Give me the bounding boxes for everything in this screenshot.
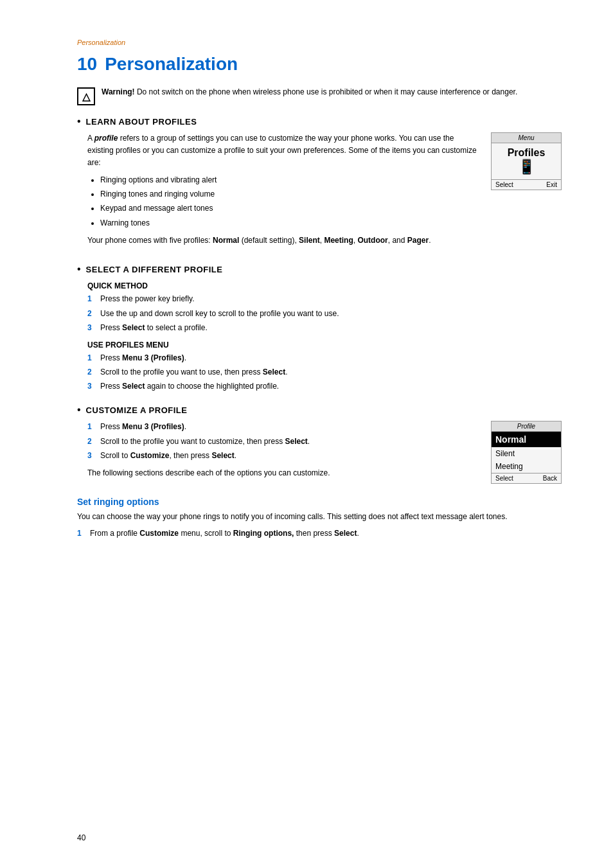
chapter-header: 10 Personalization — [77, 54, 562, 75]
step-num: 1 — [77, 527, 85, 540]
phone-icon: 📱 — [508, 159, 546, 175]
phone-image-profile-list: Profile Normal Silent Meeting Select Bac… — [491, 421, 562, 484]
phone-screen-title: Menu — [492, 133, 561, 143]
step-text: Press Menu 3 (Profiles). — [100, 421, 186, 433]
section-title-customize: CUSTOMIZE A PROFILE — [86, 405, 188, 415]
chapter-number: 10 — [77, 54, 97, 75]
phone-screen-profiles: Menu Profiles 📱 Select Exit — [491, 132, 562, 190]
numbered-item: 1 Press Menu 3 (Profiles). — [87, 421, 478, 433]
section-content-learn: A profile refers to a group of settings … — [87, 132, 562, 252]
profiles-label: Profiles — [508, 147, 546, 159]
step-text: Scroll to the profile you want to custom… — [100, 436, 310, 448]
numbered-item: 1 Press Menu 3 (Profiles). — [87, 352, 562, 364]
phone-screen-profile-list: Profile Normal Silent Meeting Select Bac… — [491, 421, 562, 484]
step-num: 2 — [87, 436, 95, 448]
warning-body: Do not switch on the phone when wireless… — [135, 87, 518, 96]
step-num: 1 — [87, 293, 95, 305]
bullet-dot-customize: • — [77, 404, 81, 416]
page-number: 40 — [77, 833, 85, 842]
profile-screen-footer: Select Back — [492, 473, 561, 483]
breadcrumb: Personalization — [77, 39, 562, 46]
bullet-dot-learn: • — [77, 116, 81, 127]
numbered-item: 3 Scroll to Customize, then press Select… — [87, 450, 478, 462]
customize-note: The following sections describe each of … — [87, 467, 478, 479]
section-learn-about-profiles: • LEARN ABOUT PROFILES A profile refers … — [77, 117, 562, 252]
section-header-learn: • LEARN ABOUT PROFILES — [77, 117, 562, 127]
subsection-title-menu: USE PROFILES MENU — [87, 341, 562, 350]
warning-text: Warning! Do not switch on the phone when… — [102, 86, 517, 98]
use-profiles-menu-list: 1 Press Menu 3 (Profiles). 2 Scroll to t… — [87, 352, 562, 393]
numbered-item: 2 Scroll to the profile you want to cust… — [87, 436, 478, 448]
warning-icon: △ — [77, 87, 95, 105]
numbered-item: 3 Press Select to select a profile. — [87, 322, 562, 334]
step-text: Press Menu 3 (Profiles). — [100, 352, 186, 364]
learn-body-text: A profile refers to a group of settings … — [87, 132, 478, 170]
profile-item-normal: Normal — [492, 432, 561, 447]
step-text: Scroll to Customize, then press Select. — [100, 450, 236, 462]
numbered-item: 2 Scroll to the profile you want to use,… — [87, 366, 562, 378]
step-num: 1 — [87, 421, 95, 433]
profile-screen-title: Profile — [492, 421, 561, 432]
profile-item-silent: Silent — [492, 447, 561, 460]
step-text: Use the up and down scroll key to scroll… — [100, 308, 339, 320]
section-header-select: • SELECT A DIFFERENT PROFILE — [77, 265, 562, 275]
numbered-item: 3 Press Select again to choose the highl… — [87, 380, 562, 393]
list-item: Ringing tones and ringing volume — [100, 188, 478, 200]
list-item: Keypad and message alert tones — [100, 202, 478, 215]
numbered-item: 1 From a profile Customize menu, scroll … — [77, 527, 562, 540]
step-num: 3 — [87, 380, 95, 393]
step-num: 3 — [87, 450, 95, 462]
page: Personalization 10 Personalization △ War… — [0, 0, 613, 868]
step-text: From a profile Customize menu, scroll to… — [90, 527, 359, 540]
footer-back-profile: Back — [543, 475, 557, 482]
learn-bullet-list: Ringing options and vibrating alert Ring… — [100, 173, 478, 230]
step-text: Press Select again to choose the highlig… — [100, 380, 279, 393]
customize-steps-text: 1 Press Menu 3 (Profiles). 2 Scroll to t… — [87, 421, 478, 483]
list-item: Ringing options and vibrating alert — [100, 173, 478, 186]
set-ringing-body: You can choose the way your phone rings … — [77, 511, 562, 523]
phone-screen-footer: Select Exit — [492, 179, 561, 190]
chapter-title: Personalization — [105, 54, 238, 75]
phone-screen-body: Profiles 📱 — [492, 143, 561, 179]
step-num: 2 — [87, 366, 95, 378]
section-title-select: SELECT A DIFFERENT PROFILE — [86, 265, 223, 274]
section-title-learn: LEARN ABOUT PROFILES — [86, 117, 197, 127]
customize-steps-list: 1 Press Menu 3 (Profiles). 2 Scroll to t… — [87, 421, 478, 462]
phone-image-profiles: Menu Profiles 📱 Select Exit — [491, 132, 562, 190]
footer-select-profile: Select — [495, 475, 513, 482]
numbered-item: 1 Press the power key briefly. — [87, 293, 562, 305]
subsection-title-quick: QUICK METHOD — [87, 281, 562, 290]
warning-box: △ Warning! Do not switch on the phone wh… — [77, 86, 562, 105]
numbered-item: 2 Use the up and down scroll key to scro… — [87, 308, 562, 320]
quick-method-list: 1 Press the power key briefly. 2 Use the… — [87, 293, 562, 334]
set-ringing-steps: 1 From a profile Customize menu, scroll … — [77, 527, 562, 540]
section-select-profile: • SELECT A DIFFERENT PROFILE QUICK METHO… — [77, 265, 562, 393]
step-num: 1 — [87, 352, 95, 364]
list-item: Warning tones — [100, 217, 478, 229]
step-text: Scroll to the profile you want to use, t… — [100, 366, 288, 378]
step-text: Press Select to select a profile. — [100, 322, 208, 334]
footer-exit: Exit — [546, 181, 557, 188]
profiles-note: Your phone comes with five profiles: Nor… — [87, 235, 478, 247]
section-header-customize: • CUSTOMIZE A PROFILE — [77, 405, 562, 416]
set-ringing-title: Set ringing options — [77, 497, 562, 507]
section-set-ringing: Set ringing options You can choose the w… — [77, 497, 562, 539]
section-with-image-learn: A profile refers to a group of settings … — [87, 132, 562, 252]
step-num: 2 — [87, 308, 95, 320]
footer-select: Select — [495, 181, 513, 188]
profile-item-meeting: Meeting — [492, 460, 561, 473]
customize-section: 1 Press Menu 3 (Profiles). 2 Scroll to t… — [87, 421, 562, 484]
section-content-customize: 1 Press Menu 3 (Profiles). 2 Scroll to t… — [87, 421, 562, 484]
section-text-learn: A profile refers to a group of settings … — [87, 132, 478, 252]
warning-bold: Warning! — [102, 87, 135, 96]
step-num: 3 — [87, 322, 95, 334]
step-text: Press the power key briefly. — [100, 293, 195, 305]
bullet-dot-select: • — [77, 263, 81, 275]
section-customize-profile: • CUSTOMIZE A PROFILE 1 Press Menu 3 (Pr… — [77, 405, 562, 484]
section-content-select: QUICK METHOD 1 Press the power key brief… — [87, 281, 562, 393]
